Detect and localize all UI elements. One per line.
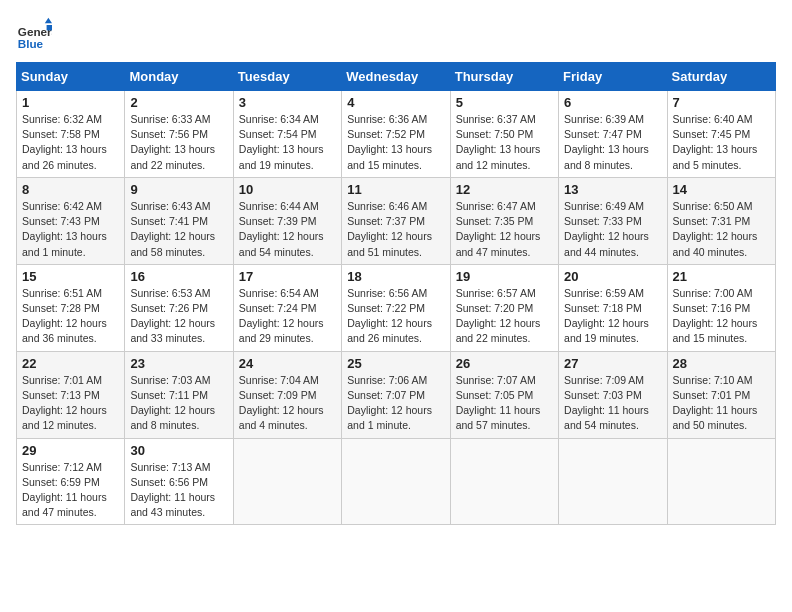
day-number: 7	[673, 95, 770, 110]
week-row-4: 22Sunrise: 7:01 AM Sunset: 7:13 PM Dayli…	[17, 351, 776, 438]
calendar-cell	[342, 438, 450, 525]
day-number: 11	[347, 182, 444, 197]
calendar-cell: 2Sunrise: 6:33 AM Sunset: 7:56 PM Daylig…	[125, 91, 233, 178]
day-info: Sunrise: 6:53 AM Sunset: 7:26 PM Dayligh…	[130, 286, 227, 347]
calendar-cell: 19Sunrise: 6:57 AM Sunset: 7:20 PM Dayli…	[450, 264, 558, 351]
day-info: Sunrise: 6:51 AM Sunset: 7:28 PM Dayligh…	[22, 286, 119, 347]
calendar-cell: 6Sunrise: 6:39 AM Sunset: 7:47 PM Daylig…	[559, 91, 667, 178]
day-info: Sunrise: 6:57 AM Sunset: 7:20 PM Dayligh…	[456, 286, 553, 347]
calendar-cell: 27Sunrise: 7:09 AM Sunset: 7:03 PM Dayli…	[559, 351, 667, 438]
day-number: 10	[239, 182, 336, 197]
weekday-saturday: Saturday	[667, 63, 775, 91]
day-number: 23	[130, 356, 227, 371]
calendar-cell	[233, 438, 341, 525]
calendar-cell: 9Sunrise: 6:43 AM Sunset: 7:41 PM Daylig…	[125, 177, 233, 264]
calendar-cell: 26Sunrise: 7:07 AM Sunset: 7:05 PM Dayli…	[450, 351, 558, 438]
calendar-cell: 12Sunrise: 6:47 AM Sunset: 7:35 PM Dayli…	[450, 177, 558, 264]
day-number: 6	[564, 95, 661, 110]
calendar-cell: 24Sunrise: 7:04 AM Sunset: 7:09 PM Dayli…	[233, 351, 341, 438]
day-info: Sunrise: 6:44 AM Sunset: 7:39 PM Dayligh…	[239, 199, 336, 260]
day-number: 19	[456, 269, 553, 284]
day-info: Sunrise: 6:37 AM Sunset: 7:50 PM Dayligh…	[456, 112, 553, 173]
day-number: 3	[239, 95, 336, 110]
day-number: 15	[22, 269, 119, 284]
day-info: Sunrise: 6:59 AM Sunset: 7:18 PM Dayligh…	[564, 286, 661, 347]
calendar-table: SundayMondayTuesdayWednesdayThursdayFrid…	[16, 62, 776, 525]
day-info: Sunrise: 6:49 AM Sunset: 7:33 PM Dayligh…	[564, 199, 661, 260]
day-number: 16	[130, 269, 227, 284]
calendar-cell: 11Sunrise: 6:46 AM Sunset: 7:37 PM Dayli…	[342, 177, 450, 264]
day-number: 9	[130, 182, 227, 197]
week-row-1: 1Sunrise: 6:32 AM Sunset: 7:58 PM Daylig…	[17, 91, 776, 178]
day-number: 28	[673, 356, 770, 371]
day-number: 8	[22, 182, 119, 197]
calendar-cell	[559, 438, 667, 525]
calendar-cell: 3Sunrise: 6:34 AM Sunset: 7:54 PM Daylig…	[233, 91, 341, 178]
day-info: Sunrise: 7:06 AM Sunset: 7:07 PM Dayligh…	[347, 373, 444, 434]
calendar-cell: 20Sunrise: 6:59 AM Sunset: 7:18 PM Dayli…	[559, 264, 667, 351]
day-info: Sunrise: 6:32 AM Sunset: 7:58 PM Dayligh…	[22, 112, 119, 173]
weekday-tuesday: Tuesday	[233, 63, 341, 91]
weekday-wednesday: Wednesday	[342, 63, 450, 91]
day-info: Sunrise: 7:12 AM Sunset: 6:59 PM Dayligh…	[22, 460, 119, 521]
calendar-cell: 15Sunrise: 6:51 AM Sunset: 7:28 PM Dayli…	[17, 264, 125, 351]
calendar-cell: 29Sunrise: 7:12 AM Sunset: 6:59 PM Dayli…	[17, 438, 125, 525]
day-number: 18	[347, 269, 444, 284]
calendar-cell: 7Sunrise: 6:40 AM Sunset: 7:45 PM Daylig…	[667, 91, 775, 178]
weekday-thursday: Thursday	[450, 63, 558, 91]
day-number: 20	[564, 269, 661, 284]
day-info: Sunrise: 6:39 AM Sunset: 7:47 PM Dayligh…	[564, 112, 661, 173]
calendar-cell: 13Sunrise: 6:49 AM Sunset: 7:33 PM Dayli…	[559, 177, 667, 264]
day-info: Sunrise: 6:36 AM Sunset: 7:52 PM Dayligh…	[347, 112, 444, 173]
day-info: Sunrise: 6:42 AM Sunset: 7:43 PM Dayligh…	[22, 199, 119, 260]
calendar-cell: 14Sunrise: 6:50 AM Sunset: 7:31 PM Dayli…	[667, 177, 775, 264]
day-info: Sunrise: 7:03 AM Sunset: 7:11 PM Dayligh…	[130, 373, 227, 434]
day-info: Sunrise: 6:46 AM Sunset: 7:37 PM Dayligh…	[347, 199, 444, 260]
svg-text:Blue: Blue	[18, 37, 44, 50]
day-info: Sunrise: 6:50 AM Sunset: 7:31 PM Dayligh…	[673, 199, 770, 260]
day-info: Sunrise: 7:00 AM Sunset: 7:16 PM Dayligh…	[673, 286, 770, 347]
day-info: Sunrise: 7:04 AM Sunset: 7:09 PM Dayligh…	[239, 373, 336, 434]
day-number: 12	[456, 182, 553, 197]
calendar-cell: 18Sunrise: 6:56 AM Sunset: 7:22 PM Dayli…	[342, 264, 450, 351]
logo-icon: General Blue	[16, 16, 52, 52]
day-number: 30	[130, 443, 227, 458]
week-row-2: 8Sunrise: 6:42 AM Sunset: 7:43 PM Daylig…	[17, 177, 776, 264]
day-number: 22	[22, 356, 119, 371]
day-info: Sunrise: 6:56 AM Sunset: 7:22 PM Dayligh…	[347, 286, 444, 347]
day-number: 21	[673, 269, 770, 284]
calendar-cell: 5Sunrise: 6:37 AM Sunset: 7:50 PM Daylig…	[450, 91, 558, 178]
svg-marker-3	[47, 25, 52, 30]
day-number: 29	[22, 443, 119, 458]
calendar-cell: 28Sunrise: 7:10 AM Sunset: 7:01 PM Dayli…	[667, 351, 775, 438]
day-info: Sunrise: 6:34 AM Sunset: 7:54 PM Dayligh…	[239, 112, 336, 173]
calendar-cell: 23Sunrise: 7:03 AM Sunset: 7:11 PM Dayli…	[125, 351, 233, 438]
week-row-5: 29Sunrise: 7:12 AM Sunset: 6:59 PM Dayli…	[17, 438, 776, 525]
day-info: Sunrise: 6:54 AM Sunset: 7:24 PM Dayligh…	[239, 286, 336, 347]
day-number: 27	[564, 356, 661, 371]
day-number: 17	[239, 269, 336, 284]
day-number: 25	[347, 356, 444, 371]
day-number: 4	[347, 95, 444, 110]
calendar-cell: 10Sunrise: 6:44 AM Sunset: 7:39 PM Dayli…	[233, 177, 341, 264]
logo: General Blue	[16, 16, 52, 52]
day-info: Sunrise: 6:43 AM Sunset: 7:41 PM Dayligh…	[130, 199, 227, 260]
day-number: 24	[239, 356, 336, 371]
calendar-cell: 17Sunrise: 6:54 AM Sunset: 7:24 PM Dayli…	[233, 264, 341, 351]
day-number: 5	[456, 95, 553, 110]
calendar-body: 1Sunrise: 6:32 AM Sunset: 7:58 PM Daylig…	[17, 91, 776, 525]
calendar-cell: 16Sunrise: 6:53 AM Sunset: 7:26 PM Dayli…	[125, 264, 233, 351]
calendar-cell: 1Sunrise: 6:32 AM Sunset: 7:58 PM Daylig…	[17, 91, 125, 178]
calendar-cell: 22Sunrise: 7:01 AM Sunset: 7:13 PM Dayli…	[17, 351, 125, 438]
svg-marker-2	[45, 18, 52, 23]
day-info: Sunrise: 6:33 AM Sunset: 7:56 PM Dayligh…	[130, 112, 227, 173]
day-info: Sunrise: 7:07 AM Sunset: 7:05 PM Dayligh…	[456, 373, 553, 434]
day-number: 14	[673, 182, 770, 197]
calendar-cell: 30Sunrise: 7:13 AM Sunset: 6:56 PM Dayli…	[125, 438, 233, 525]
calendar-cell: 25Sunrise: 7:06 AM Sunset: 7:07 PM Dayli…	[342, 351, 450, 438]
day-info: Sunrise: 6:40 AM Sunset: 7:45 PM Dayligh…	[673, 112, 770, 173]
day-info: Sunrise: 7:13 AM Sunset: 6:56 PM Dayligh…	[130, 460, 227, 521]
week-row-3: 15Sunrise: 6:51 AM Sunset: 7:28 PM Dayli…	[17, 264, 776, 351]
day-info: Sunrise: 6:47 AM Sunset: 7:35 PM Dayligh…	[456, 199, 553, 260]
day-info: Sunrise: 7:09 AM Sunset: 7:03 PM Dayligh…	[564, 373, 661, 434]
